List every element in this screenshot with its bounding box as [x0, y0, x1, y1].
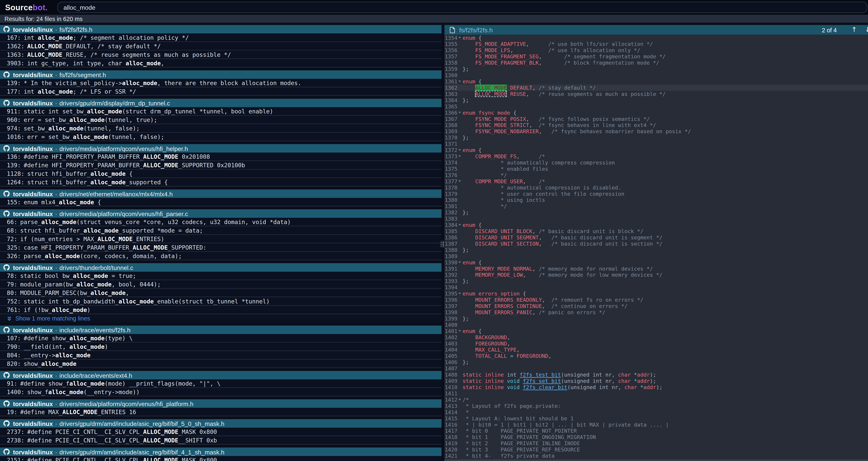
code-line[interactable]: 1377 COMPR_MODE_USER, /* — [444, 178, 868, 184]
line-number[interactable]: 1389 — [444, 253, 458, 259]
code-line[interactable]: 1421 * bit 4- f2fs private data — [444, 453, 868, 459]
group-header[interactable]: torvalds/linux·drivers/gpu/drm/amd/inclu… — [0, 448, 442, 456]
code-line[interactable]: 1358 FS_MODE_FRAGMENT_BLK, /* block frag… — [444, 60, 868, 66]
line-number[interactable]: 1385 — [444, 228, 458, 234]
match-line[interactable]: 1016:err = set_bw_alloc_mode(tunnel, fal… — [0, 133, 442, 141]
group-header[interactable]: torvalds/linux·drivers/net/ethernet/mell… — [0, 190, 442, 198]
line-number[interactable]: 1401 — [444, 328, 458, 334]
code-line[interactable]: 1383 — [444, 215, 868, 222]
code-line[interactable]: 1355 FS_MODE_ADAPTIVE, /* use both lfs/s… — [444, 41, 868, 47]
line-number[interactable]: 1406 — [444, 359, 458, 365]
line-number[interactable]: 1361 — [444, 78, 458, 85]
fold-toggle-icon[interactable] — [458, 222, 462, 228]
code-line[interactable]: 1360 — [444, 72, 868, 78]
code-line[interactable]: 1371 — [444, 141, 868, 147]
code-line[interactable]: 1368 FSYNC_MODE_STRICT, /* fsync behaves… — [444, 122, 868, 128]
match-line[interactable]: 974:set_bw_alloc_mode(tunnel, false); — [0, 124, 442, 133]
line-number[interactable]: 1380 — [444, 197, 458, 203]
code-line[interactable]: 1362 ALLOC_MODE_DEFAULT, /* stay default… — [444, 85, 868, 91]
line-number[interactable]: 1383 — [444, 215, 458, 222]
match-line[interactable]: 1400:show_falloc_mode(__entry->mode)) — [0, 388, 442, 396]
code-line[interactable]: 1406}; — [444, 359, 868, 365]
code-line[interactable]: 1356 FS_MODE_LFS, /* use lfs allocation … — [444, 47, 868, 53]
match-line[interactable]: 752:static int tb_dp_bandwidth_alloc_mod… — [0, 297, 442, 306]
match-line[interactable]: 68:struct hfi_buffer_alloc_mode_supporte… — [0, 226, 442, 235]
code-line[interactable]: 1393}; — [444, 278, 868, 284]
line-number[interactable]: 1370 — [444, 135, 458, 141]
code-line[interactable]: 1386 DISCARD_UNIT_SEGMENT, /* basic disc… — [444, 234, 868, 240]
line-number[interactable]: 1358 — [444, 60, 458, 66]
fold-toggle-icon[interactable] — [458, 396, 462, 403]
line-number[interactable]: 1367 — [444, 116, 458, 122]
code-line[interactable]: 1381 */ — [444, 203, 868, 209]
fold-toggle-icon[interactable] — [458, 178, 462, 184]
match-line[interactable]: 78:static bool bw_alloc_mode = true; — [0, 272, 442, 280]
group-header[interactable]: torvalds/linux·include/trace/events/f2fs… — [0, 325, 442, 334]
line-number[interactable]: 1388 — [444, 247, 458, 253]
search-input[interactable] — [57, 2, 867, 13]
match-line[interactable]: 2738:#define PCIE_CI_CNTL__CI_SLV_CPL_AL… — [0, 436, 442, 445]
line-number[interactable]: 1412 — [444, 396, 458, 403]
fold-toggle-icon[interactable] — [458, 153, 462, 160]
match-line[interactable]: 19:#define MAX_ALLOC_MODE_ENTRIES 16 — [0, 408, 442, 416]
line-number[interactable]: 1413 — [444, 403, 458, 409]
line-number[interactable]: 1360 — [444, 72, 458, 78]
line-number[interactable]: 1411 — [444, 390, 458, 397]
code-line[interactable]: 1382}; — [444, 209, 868, 215]
line-number[interactable]: 1407 — [444, 365, 458, 372]
line-number[interactable]: 1403 — [444, 340, 458, 347]
line-number[interactable]: 1377 — [444, 178, 458, 184]
line-number[interactable]: 1366 — [444, 109, 458, 116]
fold-toggle-icon[interactable] — [458, 109, 462, 116]
line-number[interactable]: 1408 — [444, 372, 458, 378]
match-line[interactable]: 761:if (!bw_alloc_mode) — [0, 306, 442, 314]
code-line[interactable]: 1374 * automatically compress compressio… — [444, 160, 868, 166]
code-line[interactable]: 1392 MEMORY_MODE_LOW, /* memory mode for… — [444, 272, 868, 278]
line-number[interactable]: 1355 — [444, 41, 458, 47]
line-number[interactable]: 1402 — [444, 334, 458, 340]
code-line[interactable]: 1379 * user can control the file compres… — [444, 191, 868, 197]
code-line[interactable]: 1404 MAX_CALL_TYPE, — [444, 347, 868, 353]
line-number[interactable]: 1362 — [444, 85, 458, 91]
show-more-link[interactable]: Show 1 more matching lines — [0, 314, 442, 323]
code-line[interactable]: 1412/* — [444, 396, 868, 403]
line-number[interactable]: 1410 — [444, 384, 458, 390]
line-number[interactable]: 1374 — [444, 160, 458, 166]
line-number[interactable]: 1357 — [444, 53, 458, 60]
match-line[interactable]: 911:static int set_bw_alloc_mode(struct … — [0, 107, 442, 116]
match-line[interactable]: 1128:struct hfi_buffer_alloc_mode { — [0, 170, 442, 178]
match-line[interactable]: 3903:int gc_type, int type, char alloc_m… — [0, 59, 442, 67]
code-line[interactable]: 1403 FOREGROUND, — [444, 340, 868, 347]
code-line[interactable]: 1419 * bit 2 PAGE_PRIVATE_INLINE_INODE — [444, 440, 868, 446]
match-line[interactable]: 136:#define HFI_PROPERTY_PARAM_BUFFER_AL… — [0, 152, 442, 161]
line-number[interactable]: 1393 — [444, 278, 458, 284]
next-match-button[interactable]: ↓ — [865, 25, 868, 35]
match-line[interactable]: 1264:struct hfi_buffer_alloc_mode_suppor… — [0, 178, 442, 186]
code-line[interactable]: 1388}; — [444, 247, 868, 253]
fold-toggle-icon[interactable] — [458, 290, 462, 297]
line-number[interactable]: 1359 — [444, 66, 458, 72]
line-number[interactable]: 1365 — [444, 103, 458, 109]
line-number[interactable]: 1404 — [444, 347, 458, 353]
line-number[interactable]: 1356 — [444, 47, 458, 53]
match-line[interactable]: 139:#define HFI_PROPERTY_PARAM_BUFFER_AL… — [0, 161, 442, 170]
code-line[interactable]: 1395enum errors_option { — [444, 290, 868, 297]
match-line[interactable]: 326:parse_alloc_mode(core, codecs, domai… — [0, 252, 442, 260]
code-line[interactable]: 1376 */ — [444, 172, 868, 178]
code-line[interactable]: 1418 * bit 1 PAGE_PRIVATE_ONGOING_MIGRAT… — [444, 434, 868, 440]
code-line[interactable]: 1375 * enabled files — [444, 166, 868, 172]
match-line[interactable]: 820:show_alloc_mode — [0, 359, 442, 368]
code-line[interactable]: 1384enum { — [444, 222, 868, 228]
line-number[interactable]: 1382 — [444, 209, 458, 215]
line-number[interactable]: 1364 — [444, 97, 458, 103]
code-line[interactable]: 1411 — [444, 390, 868, 397]
code-line[interactable]: 1409static inline void f2fs_set_bit(unsi… — [444, 378, 868, 384]
line-number[interactable]: 1414 — [444, 409, 458, 415]
match-line[interactable]: 1363:ALLOC_MODE_REUSE, /* reuse segments… — [0, 51, 442, 59]
match-line[interactable]: 790:__field(int, alloc_mode) — [0, 343, 442, 351]
code-line[interactable]: 1390enum { — [444, 259, 868, 265]
fold-toggle-icon[interactable] — [458, 259, 462, 265]
line-number[interactable]: 1390 — [444, 259, 458, 265]
match-line[interactable]: 1362:ALLOC_MODE_DEFAULT, /* stay default… — [0, 42, 442, 51]
code-line[interactable]: 1380 * using ioctls — [444, 197, 868, 203]
